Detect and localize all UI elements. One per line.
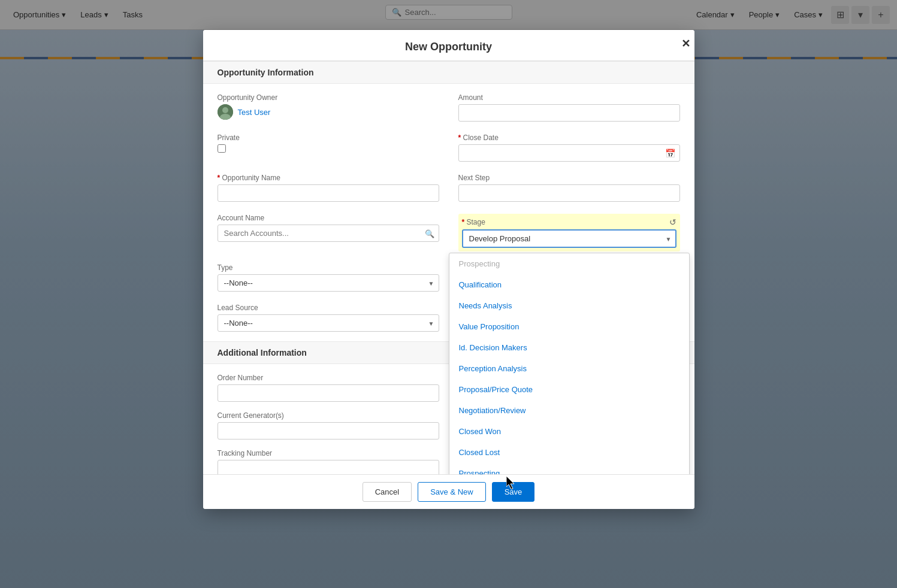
close-modal-button[interactable]: ✕: [676, 35, 694, 53]
modal-footer: Cancel Save & New Save: [203, 474, 694, 509]
stage-label-row: Stage ↺: [462, 217, 676, 227]
tracking-number-field-group: Tracking Number: [218, 449, 439, 474]
calendar-icon[interactable]: 📅: [665, 148, 675, 158]
next-step-label: Next Step: [458, 174, 680, 182]
account-search-icon: 🔍: [425, 229, 434, 238]
cancel-button[interactable]: Cancel: [363, 482, 412, 502]
stage-select[interactable]: Develop Proposal: [462, 229, 676, 248]
order-number-label: Order Number: [218, 374, 439, 382]
stage-option-id-decision-makers[interactable]: Id. Decision Makers: [449, 337, 689, 358]
stage-option-needs-analysis[interactable]: Needs Analysis: [449, 295, 689, 316]
opp-name-label: Opportunity Name: [218, 174, 439, 182]
owner-field-group: Opportunity Owner Test User: [218, 93, 439, 122]
amount-input[interactable]: [458, 104, 680, 122]
modal-body: Opportunity Information Opportunity Owne…: [203, 61, 694, 474]
owner-label: Opportunity Owner: [218, 93, 439, 102]
account-name-field-group: Account Name 🔍: [218, 214, 439, 251]
current-generators-input[interactable]: [218, 422, 439, 440]
stage-option-value-proposition[interactable]: Value Proposition: [449, 316, 689, 337]
next-step-input[interactable]: [458, 184, 680, 202]
close-date-label: Close Date: [458, 134, 680, 142]
stage-option-closed-lost[interactable]: Closed Lost: [449, 442, 689, 463]
stage-option-prospecting-top[interactable]: Prospecting: [449, 253, 689, 274]
close-date-field-group: Close Date 📅: [458, 134, 680, 162]
current-generators-label: Current Generator(s): [218, 411, 439, 420]
stage-option-prospecting-bottom[interactable]: Prospecting: [449, 463, 689, 474]
owner-name: Test User: [238, 108, 271, 117]
amount-label: Amount: [458, 93, 680, 102]
tracking-number-input[interactable]: [218, 460, 439, 474]
stage-select-wrapper: Develop Proposal ▼: [462, 229, 676, 248]
stage-option-proposal-price-quote[interactable]: Proposal/Price Quote: [449, 379, 689, 400]
order-number-input[interactable]: [218, 384, 439, 402]
stage-dropdown-scroll[interactable]: Prospecting Qualification Needs Analysis…: [449, 253, 689, 474]
account-name-input[interactable]: [218, 225, 439, 242]
stage-dropdown-list: Prospecting Qualification Needs Analysis…: [449, 253, 690, 474]
section-opp-info: Opportunity Information: [203, 61, 694, 84]
type-label: Type: [218, 263, 439, 272]
modal-title: New Opportunity: [203, 30, 694, 61]
stage-option-qualification[interactable]: Qualification: [449, 274, 689, 295]
lead-source-select-wrapper: --None-- ▼: [218, 314, 439, 332]
account-name-label: Account Name: [218, 214, 439, 222]
private-checkbox-wrapper: [218, 144, 439, 153]
owner-row: Test User: [218, 104, 439, 120]
private-checkbox[interactable]: [218, 144, 226, 153]
stage-wrapper: Stage ↺ Develop Proposal ▼: [458, 214, 680, 251]
current-generators-field-group: Current Generator(s): [218, 411, 439, 440]
opp-name-input[interactable]: [218, 184, 439, 202]
type-select[interactable]: --None--: [218, 274, 439, 292]
stage-label: Stage: [462, 218, 485, 226]
stage-field-group: Stage ↺ Develop Proposal ▼: [458, 214, 680, 251]
type-field-group: Type --None-- ▼: [218, 263, 439, 292]
new-opportunity-modal: New Opportunity Opportunity Information …: [203, 30, 694, 509]
close-date-wrapper: 📅: [458, 144, 680, 162]
account-search-wrapper: 🔍: [218, 225, 439, 242]
avatar: [218, 104, 233, 120]
amount-field-group: Amount: [458, 93, 680, 122]
stage-option-perception-analysis[interactable]: Perception Analysis: [449, 358, 689, 379]
stage-reset-icon[interactable]: ↺: [669, 217, 676, 227]
tracking-number-label: Tracking Number: [218, 449, 439, 457]
svg-point-1: [222, 107, 228, 113]
order-number-field-group: Order Number: [218, 374, 439, 402]
stage-option-closed-won[interactable]: Closed Won: [449, 421, 689, 442]
save-button[interactable]: Save: [492, 482, 535, 502]
type-select-wrapper: --None-- ▼: [218, 274, 439, 292]
opp-name-field-group: Opportunity Name: [218, 174, 439, 202]
lead-source-select[interactable]: --None--: [218, 314, 439, 332]
save-and-new-button[interactable]: Save & New: [418, 482, 486, 502]
next-step-field-group: Next Step: [458, 174, 680, 202]
private-field-group: Private: [218, 134, 439, 162]
stage-option-negotiation-review[interactable]: Negotiation/Review: [449, 400, 689, 421]
private-label: Private: [218, 134, 439, 142]
lead-source-field-group: Lead Source --None-- ▼: [218, 304, 439, 332]
close-date-input[interactable]: [458, 144, 680, 162]
lead-source-label: Lead Source: [218, 304, 439, 312]
